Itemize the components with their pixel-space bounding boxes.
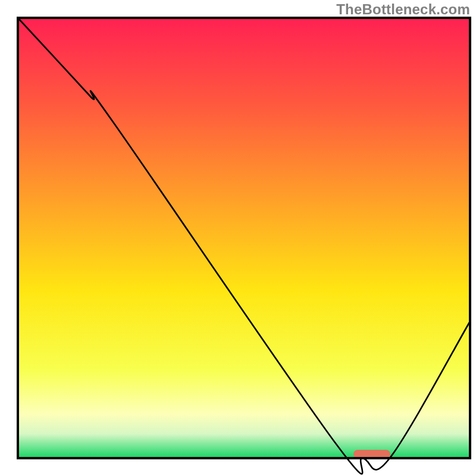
optimal-range-marker [353, 450, 390, 458]
bottleneck-chart [0, 0, 476, 476]
chart-container: TheBottleneck.com [0, 0, 476, 476]
watermark-text: TheBottleneck.com [336, 1, 470, 18]
gradient-background [18, 18, 470, 458]
